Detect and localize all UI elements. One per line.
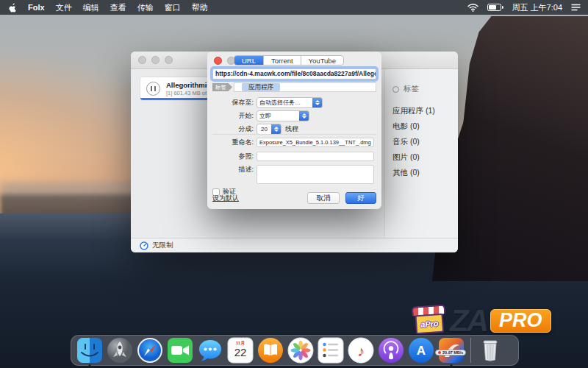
menu-clock[interactable]: 周五 上午7:04	[512, 2, 562, 13]
badge-dot-icon	[438, 351, 441, 354]
dock-icon-messages[interactable]	[197, 337, 223, 364]
svg-text:A: A	[417, 344, 426, 358]
sidebar-item-applications[interactable]: 应用程序 (1)	[392, 103, 458, 118]
sidebar-item-other[interactable]: 其他 (0)	[392, 165, 458, 180]
cancel-button[interactable]: 取消	[307, 192, 340, 204]
dock-icon-podcasts[interactable]	[378, 337, 404, 364]
menu-transfer[interactable]: 传输	[137, 2, 154, 13]
split-label: 分成:	[212, 124, 254, 134]
tag-token-applications[interactable]: 应用程序	[242, 83, 280, 91]
popup-arrows-icon	[299, 111, 309, 121]
save-to-popup[interactable]: 自动选择任务…	[257, 97, 323, 108]
dock-icon-books[interactable]	[257, 337, 284, 364]
wifi-icon[interactable]	[467, 4, 478, 12]
sidebar-item-movies[interactable]: 电影 (0)	[392, 118, 458, 134]
description-label: 描述:	[212, 165, 254, 174]
speed-limit-label: 无限制	[152, 241, 173, 250]
battery-icon[interactable]	[487, 4, 503, 11]
dock-icon-facetime[interactable]	[167, 337, 193, 364]
referrer-input[interactable]	[257, 152, 374, 161]
apple-menu-icon[interactable]	[9, 3, 17, 13]
menu-app-name[interactable]: Folx	[28, 3, 45, 12]
dock-icon-photos[interactable]	[287, 337, 314, 364]
menu-help[interactable]: 帮助	[192, 2, 208, 13]
rename-label: 重命名:	[212, 138, 254, 147]
dock-icon-finder[interactable]	[76, 337, 103, 364]
svg-text:♪: ♪	[357, 343, 365, 359]
status-bar: 无限制	[131, 238, 458, 252]
dock-icon-folx[interactable]: 20.97 MB/s	[438, 337, 465, 364]
divider	[212, 134, 376, 135]
rename-input[interactable]: Exposure_X5_Bundle_5.1.0.139__TNT_.dmg	[257, 138, 374, 147]
dock-icon-safari[interactable]	[137, 337, 163, 364]
dock-icon-music[interactable]: ♪	[348, 337, 374, 364]
referrer-label: 参照:	[212, 152, 254, 161]
tab-youtube[interactable]: YouTube	[301, 56, 343, 65]
source-tabs: URL Torrent YouTube	[234, 55, 344, 66]
running-indicator	[451, 364, 453, 367]
close-button[interactable]	[214, 57, 222, 65]
shop-logo-icon: aPro	[409, 302, 449, 339]
dock-separator	[470, 338, 471, 363]
close-button[interactable]	[138, 56, 146, 64]
dock-icon-reminders[interactable]	[318, 337, 344, 364]
save-to-label: 保存至:	[212, 98, 254, 107]
start-popup[interactable]: 立即	[257, 110, 309, 121]
menu-window[interactable]: 窗口	[165, 2, 181, 13]
tag-input[interactable]: 应用程序	[234, 82, 376, 92]
dock: 11月 22	[71, 335, 519, 366]
threads-stepper[interactable]: 20	[257, 124, 282, 135]
tag-circle-icon	[392, 86, 399, 93]
dock-icon-launchpad[interactable]	[107, 337, 133, 364]
tags-sidebar: 标签 应用程序 (1) 电影 (0) 音乐 (0) 图片 (0) 其他 (0)	[384, 69, 458, 238]
stepper-arrows-icon	[271, 124, 281, 134]
ok-button[interactable]: 好	[345, 192, 376, 204]
notification-center-icon[interactable]	[571, 4, 581, 11]
url-input[interactable]: https://cdn-4.macwk.com/file/8c08aacda82…	[212, 68, 376, 79]
dock-icon-appstore[interactable]: A	[408, 337, 434, 364]
set-default-link[interactable]: 设为默认	[212, 194, 239, 203]
description-input[interactable]	[257, 165, 374, 184]
menu-view[interactable]: 查看	[110, 2, 126, 13]
watermark-pro-badge: PRO	[490, 309, 551, 333]
menu-file[interactable]: 文件	[56, 2, 72, 13]
start-label: 开始:	[212, 111, 254, 121]
menu-bar: Folx 文件 编辑 查看 传输 窗口 帮助 周五 上午7:04	[0, 0, 588, 15]
svg-text:22: 22	[234, 346, 247, 358]
watermark-za-text: ZA	[450, 305, 487, 336]
tags-header: 标签	[404, 84, 419, 94]
running-indicator	[89, 364, 91, 367]
tag-badge: 标签	[212, 83, 232, 91]
new-task-dialog: URL Torrent YouTube https://cdn-4.macwk.…	[207, 52, 381, 209]
dock-icon-calendar[interactable]: 11月 22	[227, 337, 254, 364]
dock-icon-trash[interactable]	[477, 337, 503, 364]
download-speed-badge: 20.97 MB/s	[435, 350, 466, 355]
svg-text:11月: 11月	[236, 340, 245, 346]
minimize-button[interactable]	[151, 56, 159, 64]
sidebar-item-music[interactable]: 音乐 (0)	[392, 134, 458, 149]
tab-url[interactable]: URL	[234, 56, 264, 65]
pause-icon[interactable]	[146, 82, 160, 96]
zapro-watermark: aPro ZA PRO	[410, 304, 551, 337]
threads-suffix: 线程	[285, 124, 298, 134]
zoom-button[interactable]	[165, 56, 173, 64]
menu-edit[interactable]: 编辑	[83, 2, 99, 13]
speed-gauge-icon[interactable]	[140, 241, 148, 250]
sidebar-item-pictures[interactable]: 图片 (0)	[392, 149, 458, 165]
tab-torrent[interactable]: Torrent	[264, 56, 301, 65]
popup-arrows-icon	[312, 98, 322, 107]
